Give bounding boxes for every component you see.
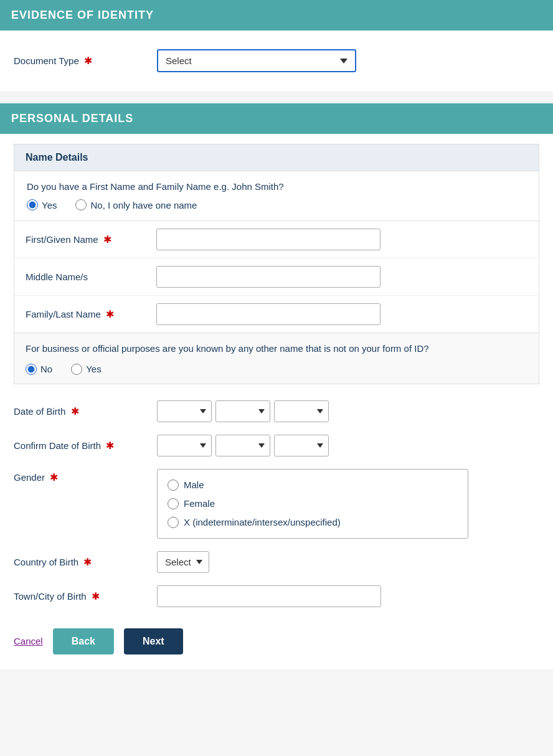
country-birth-row: Country of Birth ✱ Select: [0, 545, 553, 579]
other-name-question: For business or official purposes are yo…: [26, 342, 527, 356]
confirm-dob-month-select[interactable]: [215, 435, 270, 456]
dob-row: Date of Birth ✱: [0, 394, 553, 428]
dob-required: ✱: [71, 406, 79, 417]
gender-female-option[interactable]: Female: [168, 494, 458, 513]
other-yes-text: Yes: [86, 364, 101, 374]
evidence-header: EVIDENCE OF IDENTITY: [0, 0, 553, 31]
other-yes-label[interactable]: Yes: [71, 364, 101, 375]
country-birth-required: ✱: [83, 557, 92, 567]
document-type-select[interactable]: Select: [157, 49, 356, 72]
family-name-field[interactable]: [156, 303, 380, 325]
cancel-button[interactable]: Cancel: [14, 636, 43, 646]
gender-female-radio[interactable]: [168, 498, 179, 509]
country-birth-select[interactable]: Select: [157, 551, 209, 573]
document-type-label: Document Type ✱: [14, 55, 151, 67]
dob-day-select[interactable]: [157, 400, 212, 422]
radio-yes-input[interactable]: [27, 199, 38, 210]
confirm-dob-label: Confirm Date of Birth ✱: [14, 440, 151, 451]
evidence-body: Document Type ✱ Select: [0, 31, 553, 91]
middle-name-input[interactable]: [156, 266, 380, 288]
personal-header: PERSONAL DETAILS: [0, 103, 553, 134]
first-name-row: First/Given Name ✱: [14, 221, 539, 258]
confirm-dob-row: Confirm Date of Birth ✱: [0, 428, 553, 463]
evidence-title: EVIDENCE OF IDENTITY: [11, 9, 154, 21]
dob-label: Date of Birth ✱: [14, 405, 151, 417]
gender-x-option[interactable]: X (indeterminate/intersex/unspecified): [168, 513, 458, 532]
other-name-section: For business or official purposes are yo…: [14, 333, 539, 384]
other-name-radio-group: No Yes: [26, 364, 527, 375]
gender-x-radio[interactable]: [168, 517, 179, 528]
town-city-field[interactable]: [157, 585, 381, 607]
footer-actions: Cancel Back Next: [0, 613, 553, 669]
document-type-required: ✱: [84, 55, 92, 66]
other-yes-input[interactable]: [71, 364, 82, 375]
name-details-header: Name Details: [14, 144, 539, 171]
other-no-input[interactable]: [26, 364, 37, 375]
gender-male-radio[interactable]: [168, 480, 179, 491]
gender-male-option[interactable]: Male: [168, 476, 458, 494]
dob-year-select[interactable]: [274, 400, 329, 422]
town-city-input[interactable]: [157, 585, 381, 607]
family-name-label: Family/Last Name ✱: [26, 308, 150, 320]
radio-no-input[interactable]: [75, 199, 87, 210]
confirm-dob-required: ✱: [106, 440, 114, 451]
gender-options-box: Male Female X (indeterminate/intersex/un…: [157, 469, 468, 539]
family-name-input[interactable]: [156, 303, 380, 325]
country-birth-label: Country of Birth ✱: [14, 556, 151, 568]
radio-no-text: No, I only have one name: [90, 200, 197, 210]
gender-male-label: Male: [184, 480, 204, 490]
confirm-dob-day-select[interactable]: [157, 435, 212, 456]
first-name-label: First/Given Name ✱: [26, 234, 150, 245]
radio-no-label[interactable]: No, I only have one name: [75, 199, 197, 210]
next-button[interactable]: Next: [124, 628, 183, 654]
name-details-card: Name Details Do you have a First Name an…: [14, 144, 539, 384]
first-name-field[interactable]: [156, 229, 380, 250]
name-question-text: Do you have a First Name and Family Name…: [27, 181, 526, 192]
other-no-text: No: [40, 364, 52, 374]
name-fields-section: First/Given Name ✱ Middle Name/s: [14, 220, 539, 333]
middle-name-field[interactable]: [156, 266, 380, 288]
first-name-input[interactable]: [156, 229, 380, 250]
gender-required: ✱: [50, 472, 58, 483]
town-city-row: Town/City of Birth ✱: [0, 579, 553, 613]
document-type-field[interactable]: Select: [157, 49, 381, 72]
town-city-label: Town/City of Birth ✱: [14, 590, 151, 602]
other-no-label[interactable]: No: [26, 364, 52, 375]
gender-female-label: Female: [184, 498, 215, 509]
name-details-outer: Name Details Do you have a First Name an…: [0, 134, 553, 394]
name-radio-group: Yes No, I only have one name: [27, 199, 526, 210]
dob-selects: [157, 400, 329, 422]
name-question-body: Do you have a First Name and Family Name…: [14, 171, 539, 220]
middle-name-row: Middle Name/s: [14, 258, 539, 296]
family-name-required: ✱: [106, 309, 114, 319]
radio-yes-text: Yes: [42, 200, 57, 210]
confirm-dob-year-select[interactable]: [274, 435, 329, 456]
gender-label: Gender ✱: [14, 469, 151, 483]
gender-x-label: X (indeterminate/intersex/unspecified): [184, 517, 341, 527]
confirm-dob-selects: [157, 435, 329, 456]
personal-title: PERSONAL DETAILS: [11, 112, 133, 125]
radio-yes-label[interactable]: Yes: [27, 199, 57, 210]
family-name-row: Family/Last Name ✱: [14, 296, 539, 333]
middle-name-label: Middle Name/s: [26, 272, 150, 282]
document-type-row: Document Type ✱ Select: [14, 43, 539, 78]
back-button[interactable]: Back: [53, 628, 114, 654]
town-city-required: ✱: [92, 591, 100, 602]
first-name-required: ✱: [103, 234, 111, 245]
personal-section: Name Details Do you have a First Name an…: [0, 134, 553, 613]
country-birth-field[interactable]: Select: [157, 551, 209, 573]
dob-month-select[interactable]: [215, 400, 270, 422]
gender-row: Gender ✱ Male Female X (indeterminate/in…: [0, 463, 553, 545]
